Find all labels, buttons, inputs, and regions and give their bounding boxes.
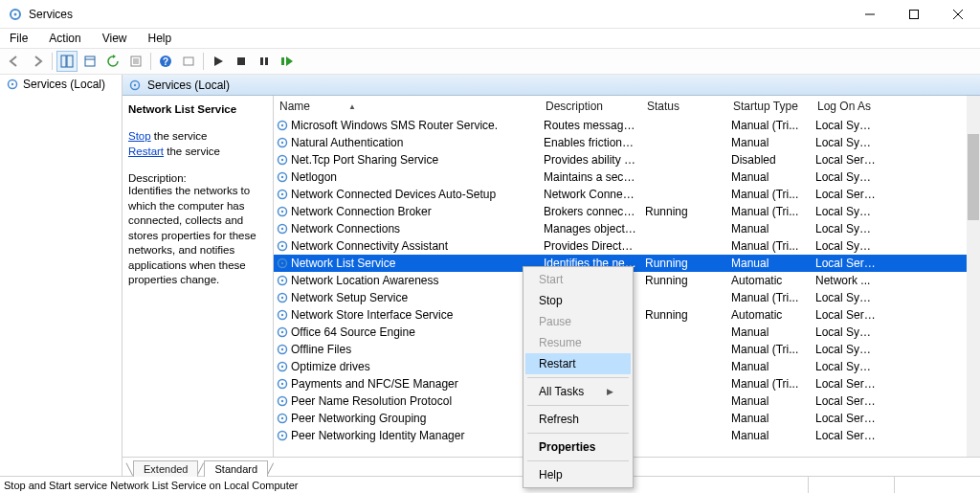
- service-row[interactable]: Natural AuthenticationEnables friction-f…: [274, 134, 967, 151]
- cell-startup: Manual (Tri...: [727, 291, 812, 304]
- col-header-description[interactable]: Description: [540, 97, 641, 116]
- cell-name: Netlogon: [291, 170, 540, 184]
- cell-startup: Manual: [727, 412, 812, 425]
- service-row[interactable]: Microsoft Windows SMS Router Service.Rou…: [274, 117, 967, 134]
- svg-point-28: [281, 142, 283, 144]
- cell-name: Network Connectivity Assistant: [291, 239, 540, 253]
- restart-service-button[interactable]: [277, 51, 298, 72]
- cell-logon: Local Syst...: [812, 343, 880, 356]
- pause-service-button[interactable]: [254, 51, 275, 72]
- cell-name: Natural Authentication: [291, 136, 540, 149]
- cell-name: Office 64 Source Engine: [291, 325, 540, 339]
- cell-logon: Local Serv...: [812, 377, 880, 391]
- cell-name: Network Setup Service: [291, 291, 540, 304]
- tab-extended[interactable]: Extended: [133, 460, 198, 477]
- cell-startup: Manual: [727, 429, 812, 442]
- toolbar: ?: [0, 48, 980, 75]
- stop-suffix: the service: [151, 130, 208, 142]
- cm-help[interactable]: Help: [525, 464, 631, 485]
- sort-asc-icon: ▲: [348, 102, 356, 111]
- export-list-button[interactable]: [79, 51, 100, 72]
- gear-icon: [6, 78, 19, 91]
- title-bar: Services: [0, 0, 980, 29]
- cell-startup: Manual: [727, 325, 812, 339]
- menu-bar: File Action View Help: [0, 29, 980, 48]
- restart-link[interactable]: Restart: [128, 146, 164, 157]
- cell-logon: Local Syst...: [812, 119, 880, 132]
- service-row[interactable]: Network ConnectionsManages objects...Man…: [274, 220, 967, 237]
- show-hide-tree-button[interactable]: [56, 51, 78, 72]
- cell-description: Manages objects...: [540, 222, 641, 235]
- menu-help[interactable]: Help: [145, 30, 176, 47]
- col-header-logon[interactable]: Log On As: [812, 97, 880, 116]
- scroll-thumb[interactable]: [968, 134, 979, 220]
- cell-name: Microsoft Windows SMS Router Service.: [291, 119, 540, 132]
- cell-name: Net.Tcp Port Sharing Service: [291, 153, 540, 167]
- col-header-name[interactable]: Name▲: [274, 97, 540, 116]
- cm-all-tasks[interactable]: All Tasks▶: [525, 381, 631, 402]
- cell-status: Running: [641, 257, 727, 270]
- back-button[interactable]: [4, 51, 25, 72]
- app-icon: [8, 7, 23, 22]
- svg-rect-16: [184, 57, 193, 65]
- cell-logon: Local Syst...: [812, 239, 880, 253]
- minimize-button[interactable]: [848, 0, 892, 29]
- gear-icon: [274, 291, 291, 304]
- menu-action[interactable]: Action: [45, 30, 84, 47]
- cell-description: Enables friction-fr...: [540, 136, 641, 149]
- gear-icon: [274, 343, 291, 356]
- svg-point-40: [281, 245, 283, 247]
- refresh-button[interactable]: [102, 51, 123, 72]
- cell-startup: Disabled: [727, 153, 812, 167]
- cm-properties[interactable]: Properties: [525, 437, 631, 458]
- tab-standard[interactable]: Standard: [204, 460, 268, 477]
- svg-point-1: [14, 12, 17, 15]
- col-header-startup[interactable]: Startup Type: [727, 97, 812, 116]
- svg-point-56: [281, 383, 283, 385]
- gear-icon: [274, 119, 291, 132]
- cm-restart[interactable]: Restart: [525, 353, 631, 374]
- cm-refresh[interactable]: Refresh: [525, 409, 631, 430]
- gear-icon: [274, 412, 291, 425]
- cell-startup: Manual (Tri...: [727, 377, 812, 391]
- context-menu: Start Stop Pause Resume Restart All Task…: [523, 266, 634, 488]
- close-button[interactable]: [936, 0, 980, 29]
- gear-icon: [274, 308, 291, 322]
- menu-view[interactable]: View: [99, 30, 131, 47]
- start-service-button[interactable]: [208, 51, 229, 72]
- cell-startup: Manual (Tri...: [727, 343, 812, 356]
- go-to-button[interactable]: [178, 51, 199, 72]
- svg-rect-17: [237, 57, 245, 65]
- vertical-scrollbar[interactable]: [967, 96, 980, 457]
- svg-point-32: [281, 176, 283, 178]
- cell-name: Network Connected Devices Auto-Setup: [291, 188, 540, 201]
- stop-link[interactable]: Stop: [128, 130, 151, 142]
- gear-icon: [274, 239, 291, 253]
- cm-stop[interactable]: Stop: [525, 290, 631, 311]
- service-row[interactable]: Network Connected Devices Auto-SetupNetw…: [274, 186, 967, 203]
- service-row[interactable]: Network Connectivity AssistantProvides D…: [274, 237, 967, 255]
- service-row[interactable]: Network Connection BrokerBrokers connect…: [274, 203, 967, 220]
- cm-start: Start: [525, 269, 631, 290]
- cell-logon: Local Serv...: [812, 257, 880, 270]
- help-button[interactable]: ?: [155, 51, 176, 72]
- forward-button[interactable]: [27, 51, 48, 72]
- maximize-button[interactable]: [892, 0, 936, 29]
- cell-name: Network Location Awareness: [291, 274, 540, 287]
- cell-startup: Manual: [727, 170, 812, 184]
- col-header-status[interactable]: Status: [641, 97, 727, 116]
- stop-service-button[interactable]: [231, 51, 252, 72]
- properties-button[interactable]: [125, 51, 146, 72]
- cell-startup: Manual (Tri...: [727, 239, 812, 253]
- menu-file[interactable]: File: [6, 30, 32, 47]
- cell-name: Network List Service: [291, 257, 540, 270]
- column-headers: Name▲ Description Status Startup Type Lo…: [274, 96, 980, 117]
- content-header-title: Services (Local): [147, 78, 230, 92]
- gear-icon: [274, 170, 291, 184]
- nav-item-services-local[interactable]: Services (Local): [0, 75, 122, 94]
- gear-icon: [274, 257, 291, 270]
- service-row[interactable]: Net.Tcp Port Sharing ServiceProvides abi…: [274, 151, 967, 168]
- cell-logon: Local Syst...: [812, 170, 880, 184]
- service-row[interactable]: NetlogonMaintains a secur...ManualLocal …: [274, 168, 967, 186]
- cell-name: Peer Networking Identity Manager: [291, 429, 540, 442]
